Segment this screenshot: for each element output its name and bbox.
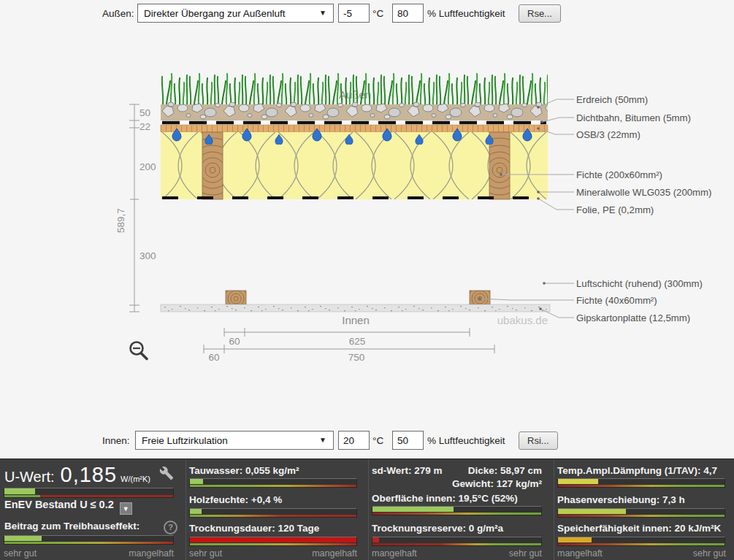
rating-right: sehr gut (509, 548, 542, 559)
help-icon[interactable]: ? (164, 521, 177, 534)
phase-bar (557, 508, 725, 518)
holzfeuchte-bar (189, 508, 357, 518)
layer-label-osb: OSB/3 (22mm) (576, 129, 641, 140)
greenhouse-bar (4, 535, 174, 545)
layer-label-folie: Folie, PE (0,2mm) (576, 204, 654, 215)
ubakus-watermark: ubakus.de (497, 314, 548, 326)
tauwasser-bar-scale (190, 485, 356, 487)
rsi-button[interactable]: Rsi... (519, 431, 558, 450)
greenhouse-bar-scale (4, 542, 173, 544)
u-value-unit: W/(m²K) (121, 475, 150, 483)
surface-column: sd-Wert: 279 m Dicke: 58,97 cm Gewicht: … (368, 459, 552, 560)
sd-wert-label: sd-Wert: 279 m (372, 465, 443, 476)
greenhouse-label: Beitrag zum Treibhauseffekt: (4, 521, 139, 532)
tauwasser-label: Tauwasser: 0,055 kg/m² (189, 465, 299, 476)
trocknungsdauer-bar-fill (190, 537, 356, 542)
trocknungsreserve-bar (372, 537, 542, 546)
rating-right: sehr gut (693, 548, 726, 559)
tempampl-bar-scale (558, 485, 725, 487)
speicher-bar-fill (558, 537, 592, 542)
inside-circulation-select-value: Freie Luftzirkulation (142, 435, 228, 446)
oberflaeche-bar-fill (372, 507, 454, 512)
inside-humidity-input[interactable] (392, 431, 424, 450)
trocknungsdauer-label: Trocknungsdauer: 120 Tage (189, 523, 319, 534)
rating-right: mangelhaft (129, 548, 174, 559)
dim-300: 300 (139, 250, 156, 261)
u-value-label: U-Wert: (4, 469, 55, 486)
layer-label-fichte-40: Fichte (40x60mm²) (576, 295, 657, 306)
u-value-calculator-page: Außen: Direkter Übergang zur Außenluft ▼… (0, 0, 734, 560)
results-panel: U-Wert: 0,185 W/(m²K) EnEV Bestand U ≤ 0… (0, 459, 734, 560)
layer-labels: Erdreich (50mm) Dichtbahn, Bitumen (5mm)… (576, 94, 711, 323)
stones (161, 102, 548, 121)
rating-left: sehr gut (189, 548, 222, 559)
tauwasser-bar-fill (190, 479, 203, 484)
layer-label-dichtbahn: Dichtbahn, Bitumen (5mm) (576, 112, 691, 123)
dim-750: 750 (348, 352, 365, 363)
enev-dropdown-button[interactable]: ▼ (120, 502, 132, 515)
layer-label-erdreich: Erdreich (50mm) (576, 94, 648, 105)
u-value-column: U-Wert: 0,185 W/(m²K) EnEV Bestand U ≤ 0… (0, 459, 183, 560)
layer-label-gipskarton: Gipskartonplatte (12,5mm) (576, 312, 690, 323)
u-value-bar-fill (4, 488, 35, 494)
holzfeuchte-bar-scale (190, 515, 356, 517)
u-value-bar-scale (4, 495, 173, 497)
grass (161, 71, 548, 104)
chevron-down-icon: ▼ (319, 436, 326, 444)
thermal-column: Temp.Ampl.Dämpfung (1/TAV): 4,7 Phasenve… (554, 459, 734, 560)
rating-left: mangelhaft (557, 548, 603, 559)
tauwasser-bar (189, 478, 357, 488)
speicher-label: Speicherfähigkeit innen: 20 kJ/m²K (557, 523, 721, 534)
dim-50: 50 (139, 107, 150, 118)
tempampl-bar (557, 478, 725, 488)
layer-label-mineralwolle: Mineralwolle WLG035 (200mm) (576, 187, 711, 198)
left-dimension-line (129, 104, 139, 312)
gewicht-label: Gewicht: 127 kg/m² (452, 478, 542, 489)
wrench-icon[interactable] (159, 466, 174, 480)
construction-diagram: Außen (0, 0, 734, 409)
u-value-bar (4, 488, 174, 498)
trocknungsreserve-label: Trocknungsreserve: 0 g/m²a (372, 523, 503, 534)
inside-side-label: Innen (342, 314, 370, 326)
enev-row: EnEV Bestand U ≤ 0.2▼ (4, 499, 132, 515)
rating-left: mangelhaft (372, 548, 417, 559)
inside-circulation-select[interactable]: Freie Luftzirkulation ▼ (135, 431, 334, 450)
trocknungsdauer-bar-scale (190, 543, 356, 545)
dim-625: 625 (349, 336, 366, 347)
dim-60-bottom: 60 (208, 352, 219, 363)
oberflaeche-bar-scale (372, 513, 541, 515)
holzfeuchte-label: Holzfeuchte: +0,4 % (189, 494, 282, 505)
inside-temperature-input[interactable] (338, 431, 370, 450)
bitumen-layer (161, 120, 548, 125)
greenhouse-bar-fill (4, 536, 42, 541)
earth-layer (161, 71, 548, 121)
tempampl-bar-fill (558, 479, 598, 484)
trocknungsreserve-bar-fill (372, 537, 379, 542)
speicher-bar-scale (558, 543, 725, 545)
tempampl-label: Temp.Ampl.Dämpfung (1/TAV): 4,7 (557, 465, 717, 476)
left-dimension-labels: 50 22 200 300 589,7 (115, 107, 156, 261)
trocknungsreserve-bar-scale (372, 543, 541, 545)
phase-bar-fill (558, 509, 626, 514)
dim-22: 22 (139, 121, 150, 132)
inside-label: Innen: (102, 435, 130, 446)
dim-200: 200 (139, 161, 156, 172)
enev-label: EnEV Bestand U ≤ 0.2 (4, 499, 114, 510)
gypsum-board-layer (161, 304, 550, 312)
phase-label: Phasenverschiebung: 7,3 h (557, 494, 685, 505)
zoom-out-icon[interactable] (131, 342, 148, 359)
speicher-bar (557, 537, 725, 546)
u-value-row: U-Wert: 0,185 W/(m²K) (4, 463, 150, 487)
holzfeuchte-bar-fill (190, 509, 202, 514)
inside-humidity-unit: % Luftfeuchtigkeit (427, 435, 505, 446)
phase-bar-scale (558, 515, 725, 517)
trocknungsdauer-bar (189, 537, 357, 546)
rating-left: sehr gut (4, 548, 37, 559)
layer-label-fichte-200: Fichte (200x60mm²) (576, 169, 662, 180)
inside-temp-unit: °C (372, 435, 383, 446)
u-value-number: 0,185 (61, 463, 118, 487)
condensation-droplets (162, 127, 545, 146)
rating-right: mangelhaft (312, 548, 357, 559)
moisture-column: Tauwasser: 0,055 kg/m² Holzfeuchte: +0,4… (186, 459, 366, 560)
layer-label-luftschicht: Luftschicht (ruhend) (300mm) (576, 278, 703, 289)
